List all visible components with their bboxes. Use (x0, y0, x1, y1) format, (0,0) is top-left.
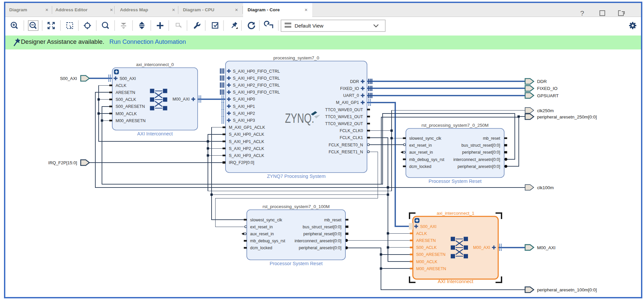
svg-text:M00_AXI: M00_AXI (173, 97, 190, 102)
svg-text:TTC0_WAVE2_OUT: TTC0_WAVE2_OUT (325, 121, 363, 126)
svg-text:GPSUART: GPSUART (537, 93, 559, 98)
svg-text:rst_processing_system7_0_250M: rst_processing_system7_0_250M (421, 123, 489, 128)
svg-text:S_AXI_HP2_ACLK: S_AXI_HP2_ACLK (229, 146, 264, 151)
svg-text:S_AXI_HP1: S_AXI_HP1 (233, 104, 255, 109)
svg-text:Default View: Default View (295, 23, 324, 29)
svg-text:aux_reset_in: aux_reset_in (250, 232, 274, 236)
svg-text:IRQ_F2P[15:0]: IRQ_F2P[15:0] (48, 160, 77, 165)
svg-text:S_AXI_HP1_FIFO_CTRL: S_AXI_HP1_FIFO_CTRL (233, 76, 280, 81)
svg-text:M00_ARESETN: M00_ARESETN (116, 118, 145, 123)
svg-text:dcm_locked: dcm_locked (409, 164, 431, 169)
svg-text:Processor System Reset: Processor System Reset (428, 179, 482, 184)
svg-text:interconnect_aresetn[0:0]: interconnect_aresetn[0:0] (295, 239, 341, 243)
svg-text:FIXED_IO: FIXED_IO (537, 86, 558, 91)
svg-text:ZYNQ.: ZYNQ. (285, 111, 314, 125)
svg-text:processing_system7_0: processing_system7_0 (273, 55, 319, 60)
svg-text:interconnect_aresetn[0:0]: interconnect_aresetn[0:0] (453, 157, 500, 162)
svg-text:ext_reset_in: ext_reset_in (409, 143, 432, 148)
svg-text:ext_reset_in: ext_reset_in (250, 225, 273, 229)
svg-text:IRQ_F2P[0:0]: IRQ_F2P[0:0] (229, 160, 254, 165)
svg-text:M00_ACLK: M00_ACLK (416, 260, 438, 264)
svg-text:S_AXI_HP3_ACLK: S_AXI_HP3_ACLK (229, 153, 264, 158)
svg-text:FIXED_IO: FIXED_IO (340, 86, 359, 91)
svg-text:peripheral_reset[0:0]: peripheral_reset[0:0] (462, 150, 500, 155)
svg-text:S00_ACLK: S00_ACLK (416, 245, 437, 250)
svg-text:S_AXI_HP3_FIFO_CTRL: S_AXI_HP3_FIFO_CTRL (233, 90, 280, 95)
svg-text:S_AXI_HP0: S_AXI_HP0 (233, 97, 255, 102)
svg-text:S00_AXI: S00_AXI (420, 224, 436, 229)
svg-text:S_AXI_HP2: S_AXI_HP2 (233, 111, 255, 116)
svg-text:S_AXI_HP0_FIFO_CTRL: S_AXI_HP0_FIFO_CTRL (233, 69, 280, 74)
svg-text:M00_AXI: M00_AXI (473, 245, 490, 250)
svg-text:mb_debug_sys_rst: mb_debug_sys_rst (250, 239, 285, 243)
svg-text:M00_ARESETN: M00_ARESETN (416, 266, 446, 271)
svg-text:S_AXI_HP0_ACLK: S_AXI_HP0_ACLK (229, 132, 264, 137)
svg-text:mb_reset: mb_reset (324, 218, 342, 222)
svg-text:FCLK_CLK0: FCLK_CLK0 (340, 128, 363, 133)
svg-text:S00_AXI: S00_AXI (60, 76, 77, 81)
svg-text:ZYNQ7 Processing System: ZYNQ7 Processing System (267, 174, 325, 179)
svg-text:DDR: DDR (350, 79, 359, 84)
svg-text:bus_struct_reset[0:0]: bus_struct_reset[0:0] (461, 143, 500, 148)
svg-text:peripheral_aresetn_100m[0:0]: peripheral_aresetn_100m[0:0] (537, 287, 597, 292)
svg-text:axi_interconnect_0: axi_interconnect_0 (136, 62, 174, 67)
svg-text:peripheral_reset[0:0]: peripheral_reset[0:0] (303, 232, 341, 236)
svg-text:ACLK: ACLK (416, 231, 427, 236)
svg-text:DDR: DDR (537, 79, 547, 84)
svg-text:M00_ACLK: M00_ACLK (116, 112, 137, 116)
svg-text:FCLK_RESET0_N: FCLK_RESET0_N (328, 143, 363, 147)
svg-text:S_AXI_HP1_ACLK: S_AXI_HP1_ACLK (229, 139, 264, 144)
svg-text:clk250m: clk250m (537, 108, 554, 113)
svg-text:TTC0_WAVE0_OUT: TTC0_WAVE0_OUT (325, 108, 363, 112)
svg-text:AXI Interconnect: AXI Interconnect (137, 131, 173, 136)
svg-text:rst_processing_system7_0_100M: rst_processing_system7_0_100M (263, 204, 330, 209)
svg-text:peripheral_aresetn_250m[0:0]: peripheral_aresetn_250m[0:0] (537, 114, 597, 119)
svg-text:slowest_sync_clk: slowest_sync_clk (250, 218, 282, 222)
svg-text:S_AXI_HP3: S_AXI_HP3 (233, 118, 255, 123)
svg-text:FCLK_RESET1_N: FCLK_RESET1_N (328, 150, 363, 154)
svg-text:S00_ARESETN: S00_ARESETN (416, 252, 445, 257)
svg-text:dcm_locked: dcm_locked (250, 246, 272, 250)
svg-text:Processor System Reset: Processor System Reset (270, 261, 323, 266)
svg-text:S00_AXI: S00_AXI (120, 76, 136, 81)
svg-text:ARESETN: ARESETN (116, 90, 135, 95)
svg-text:bus_struct_reset[0:0]: bus_struct_reset[0:0] (303, 225, 341, 229)
svg-text:axi_interconnect_1: axi_interconnect_1 (437, 211, 474, 216)
svg-text:slowest_sync_clk: slowest_sync_clk (409, 136, 441, 141)
svg-text:M_AXI_GP1_ACLK: M_AXI_GP1_ACLK (229, 125, 265, 130)
svg-text:UART_0: UART_0 (343, 93, 359, 98)
svg-text:M_AXI_GP1: M_AXI_GP1 (336, 100, 359, 105)
svg-text:mb_reset: mb_reset (483, 136, 501, 141)
svg-text:S00_ACLK: S00_ACLK (116, 97, 137, 102)
svg-text:S00_ARESETN: S00_ARESETN (116, 104, 145, 109)
svg-text:S_AXI_HP2_FIFO_CTRL: S_AXI_HP2_FIFO_CTRL (233, 83, 280, 88)
svg-text:ACLK: ACLK (116, 83, 127, 88)
svg-text:ARESETN: ARESETN (416, 238, 436, 243)
svg-text:peripheral_aresetn[0:0]: peripheral_aresetn[0:0] (299, 246, 341, 250)
svg-text:clk100m: clk100m (537, 185, 554, 190)
svg-text:M00_AXI: M00_AXI (537, 245, 556, 250)
svg-text:AXI Interconnect: AXI Interconnect (438, 279, 473, 284)
svg-text:?: ? (580, 9, 584, 17)
svg-text:aux_reset_in: aux_reset_in (409, 150, 433, 155)
svg-text:mb_debug_sys_rst: mb_debug_sys_rst (409, 157, 444, 162)
svg-text:TTC0_WAVE1_OUT: TTC0_WAVE1_OUT (325, 114, 363, 119)
svg-text:peripheral_aresetn[0:0]: peripheral_aresetn[0:0] (457, 164, 500, 169)
svg-text:FCLK_CLK1: FCLK_CLK1 (340, 135, 363, 140)
